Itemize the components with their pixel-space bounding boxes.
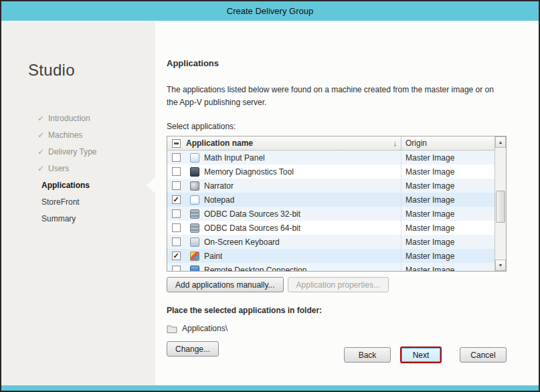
remote-desktop-connection-icon (190, 266, 199, 272)
row-checkbox[interactable] (172, 209, 181, 218)
description-text: The applications listed below were found… (167, 84, 505, 109)
select-all-cell (167, 136, 185, 150)
application-row[interactable]: ODBC Data Sources 64-bitMaster Image (167, 221, 494, 235)
sidebar-step-storefront: StoreFront (37, 194, 155, 211)
application-row[interactable]: Math Input PanelMaster Image (167, 151, 494, 165)
step-done-check-icon: ✓ (37, 144, 48, 161)
odbc-icon (190, 223, 199, 233)
on-screen-keyboard-icon (190, 237, 199, 247)
back-button[interactable]: Back (344, 347, 391, 363)
sidebar-step-machines: ✓Machines (37, 127, 155, 144)
create-delivery-group-window: Create Delivery Group Studio ✓Introducti… (0, 0, 540, 392)
row-checkbox[interactable] (172, 195, 181, 204)
wizard-footer: Back Next Cancel (344, 347, 507, 363)
application-row[interactable]: Remote Desktop ConnectionMaster Image (167, 263, 494, 271)
application-row[interactable]: ODBC Data Sources 32-bitMaster Image (167, 207, 494, 221)
application-name: Paint (204, 252, 222, 261)
row-checkbox-cell (167, 151, 185, 165)
application-name: Notepad (204, 195, 234, 205)
next-button[interactable]: Next (400, 347, 442, 363)
column-header-application-name[interactable]: Application name ↓ (185, 136, 401, 150)
table-action-buttons: Add applications manually... Application… (167, 277, 507, 292)
step-label: Delivery Type (48, 147, 96, 157)
add-applications-manually-button[interactable]: Add applications manually... (167, 277, 284, 292)
row-checkbox[interactable] (172, 252, 181, 260)
application-name-cell: ODBC Data Sources 32-bit (185, 207, 401, 221)
row-checkbox-cell (167, 263, 185, 271)
application-row[interactable]: NotepadMaster Image (167, 193, 494, 207)
scrollbar-thumb[interactable] (496, 191, 505, 223)
application-name: ODBC Data Sources 64-bit (204, 223, 300, 233)
studio-logo: Studio (28, 61, 155, 80)
folder-icon (167, 324, 177, 333)
application-row[interactable]: Memory Diagnostics ToolMaster Image (167, 165, 494, 179)
application-origin: Master Image (401, 221, 494, 235)
folder-section-label: Place the selected applications in folde… (167, 306, 507, 315)
row-checkbox-cell (167, 235, 185, 249)
row-checkbox[interactable] (172, 181, 181, 190)
scroll-down-button[interactable]: ▼ (495, 260, 506, 271)
application-name-cell: Math Input Panel (185, 151, 401, 165)
origin-header-label: Origin (406, 138, 427, 148)
row-checkbox[interactable] (172, 223, 181, 232)
application-name: Memory Diagnostics Tool (204, 167, 294, 177)
application-origin: Master Image (401, 235, 494, 249)
table-scrollbar[interactable]: ▲ ▼ (494, 136, 506, 271)
scrollbar-track[interactable] (495, 148, 506, 260)
application-origin: Master Image (401, 165, 494, 179)
step-label: StoreFront (41, 197, 80, 207)
application-name-cell: Paint (185, 249, 401, 263)
row-checkbox-cell (167, 207, 185, 221)
wizard-step-list: ✓Introduction✓Machines✓Delivery Type✓Use… (1, 110, 155, 227)
sidebar-step-summary: Summary (37, 211, 155, 227)
step-done-check-icon: ✓ (37, 127, 48, 144)
application-row[interactable]: On-Screen KeyboardMaster Image (167, 235, 494, 249)
application-origin: Master Image (401, 151, 494, 165)
step-label: Summary (41, 214, 76, 223)
application-name: Narrator (204, 181, 234, 191)
application-name-cell: Remote Desktop Connection (185, 263, 401, 271)
application-row[interactable]: NarratorMaster Image (167, 179, 494, 193)
table-body: Math Input PanelMaster ImageMemory Diagn… (167, 151, 494, 271)
cancel-button[interactable]: Cancel (460, 347, 507, 363)
application-name-cell: ODBC Data Sources 64-bit (185, 221, 401, 235)
sidebar-step-users: ✓Users (37, 161, 155, 177)
application-name: Math Input Panel (204, 153, 265, 163)
step-label: Applications (41, 181, 90, 190)
current-step-pointer (147, 177, 155, 193)
row-checkbox[interactable] (172, 153, 181, 162)
row-checkbox-cell (167, 193, 185, 207)
row-checkbox-cell (167, 165, 185, 179)
application-name-cell: On-Screen Keyboard (185, 235, 401, 249)
step-label: Introduction (48, 114, 90, 123)
application-origin: Master Image (401, 179, 494, 193)
window-bottom-accent (1, 385, 539, 391)
application-name-cell: Notepad (185, 193, 401, 207)
page-title: Applications (167, 58, 507, 68)
memory-diagnostics-tool-icon (190, 167, 199, 177)
application-properties-button: Application properties... (288, 277, 389, 292)
step-label: Users (48, 164, 69, 173)
row-checkbox-cell (167, 249, 185, 263)
math-input-panel-icon (190, 153, 199, 163)
sidebar-step-delivery-type: ✓Delivery Type (37, 144, 155, 161)
window-title: Create Delivery Group (227, 6, 313, 16)
step-label: Machines (48, 130, 82, 140)
application-name: On-Screen Keyboard (204, 237, 280, 247)
wizard-content: Applications The applications listed bel… (155, 21, 539, 385)
column-header-origin[interactable]: Origin (401, 136, 494, 150)
change-folder-button[interactable]: Change... (167, 341, 219, 357)
application-origin: Master Image (401, 207, 494, 221)
sidebar-step-introduction: ✓Introduction (37, 110, 155, 127)
select-all-checkbox[interactable] (172, 139, 181, 148)
row-checkbox[interactable] (172, 167, 181, 176)
row-checkbox[interactable] (172, 266, 181, 271)
application-row[interactable]: PaintMaster Image (167, 249, 494, 263)
application-name-header-label: Application name (186, 138, 253, 148)
sort-descending-icon[interactable]: ↓ (393, 139, 397, 147)
folder-path-row: Applications\ (167, 324, 507, 333)
scroll-up-button[interactable]: ▲ (495, 136, 506, 148)
applications-table: Application name ↓ Origin Math Input Pan… (167, 136, 507, 272)
sidebar-step-applications: Applications (37, 177, 155, 194)
row-checkbox[interactable] (172, 237, 181, 246)
